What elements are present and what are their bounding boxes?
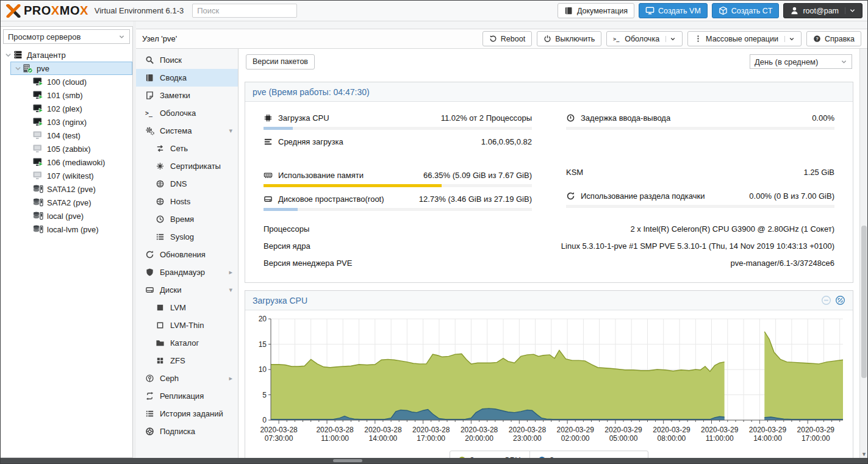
svg-text:20: 20 <box>259 315 267 323</box>
svg-text:2020-03-29: 2020-03-29 <box>797 426 835 434</box>
menu-summary[interactable]: Сводка <box>136 69 238 87</box>
menu-expand-icon[interactable]: ▸ <box>229 268 232 276</box>
vertical-scrollbar[interactable]: ▼ <box>859 49 867 458</box>
menu-item-label: Брандмауэр <box>160 268 205 277</box>
create-vm-button[interactable]: Создать VM <box>639 3 708 18</box>
menu-ceph[interactable]: Ceph▸ <box>136 369 238 387</box>
tree-expander-icon[interactable] <box>14 65 22 73</box>
menu-replication[interactable]: Репликация <box>136 387 238 405</box>
tree-item-storage-sata2[interactable]: SATA2 (pve) <box>20 196 132 209</box>
main-area: Просмотр серверов Датацентрpve100 (cloud… <box>1 21 867 458</box>
menu-item-label: Репликация <box>160 391 204 401</box>
menu-lvm[interactable]: LVM <box>136 299 238 316</box>
ksm-value: 1.25 GiB <box>803 168 834 177</box>
bulk-actions-button-label: Массовые операции <box>706 35 778 43</box>
reboot-button[interactable]: Reboot <box>482 31 532 46</box>
menu-time[interactable]: Время <box>136 210 238 228</box>
tree-item-vm-107[interactable]: 107 (wikitest) <box>20 169 132 182</box>
cpu-chart-header: Загрузка CPU <box>245 291 853 310</box>
package-versions-button[interactable]: Версии пакетов <box>246 54 315 70</box>
tree-item-vm-104[interactable]: 104 (test) <box>20 129 132 142</box>
cpu-usage-stat: Загрузка CPU11.02% от 2 Процессоры <box>264 112 532 130</box>
documentation-button[interactable]: Документация <box>558 3 634 18</box>
ceph-icon <box>145 374 154 383</box>
summary-stats: Загрузка CPU11.02% от 2 ПроцессорыСредня… <box>245 102 853 216</box>
tree-item-storage-local-lvm[interactable]: local-lvm (pve) <box>20 223 132 236</box>
bulk-actions-button[interactable]: Массовые операции <box>687 31 802 46</box>
shutdown-button[interactable]: Выключить <box>537 31 601 46</box>
menu-subscription[interactable]: Подписка <box>136 423 238 440</box>
menu-item-label: Syslog <box>170 232 194 241</box>
chart-collapse-icon[interactable] <box>821 295 831 305</box>
tree-item-pve[interactable]: pve <box>10 62 132 75</box>
menu-item-label: История заданий <box>160 409 223 418</box>
menu-lvm-thin[interactable]: LVM-Thin <box>136 316 238 334</box>
tree-item-storage-sata12[interactable]: SATA12 (pve) <box>20 182 132 196</box>
menu-network[interactable]: Сеть <box>136 140 238 157</box>
global-search-input[interactable] <box>192 4 297 18</box>
menu-zfs[interactable]: ZFS <box>136 352 238 369</box>
horizontal-scrollbar-thumb[interactable] <box>333 459 362 462</box>
menu-hosts[interactable]: Hosts <box>136 193 238 210</box>
user-menu-button[interactable]: root@pam <box>783 3 863 18</box>
menu-system[interactable]: Система▾ <box>136 122 238 140</box>
horizontal-scrollbar[interactable] <box>1 458 867 463</box>
tree-item-datacenter[interactable]: Датацентр <box>1 48 132 62</box>
menu-dns[interactable]: DNS <box>136 175 238 193</box>
tree-item-vm-101[interactable]: 101 (smb) <box>20 88 132 102</box>
scroll-down-arrow-icon[interactable]: ▼ <box>860 451 868 457</box>
menu-search[interactable]: Поиск <box>136 51 238 69</box>
svg-text:20:00:00: 20:00:00 <box>465 434 493 443</box>
summary-panel: pve (Время работы: 04:47:30) Загрузка CP… <box>245 82 853 283</box>
tree-item-vm-102[interactable]: 102 (plex) <box>20 102 132 115</box>
menu-shell[interactable]: >_Оболочка <box>136 104 238 122</box>
menu-expand-icon[interactable]: ▸ <box>229 374 232 382</box>
globe-icon <box>156 179 165 188</box>
tree-item-storage-local[interactable]: local (pve) <box>20 209 132 223</box>
pve-version-info-value: pve-manager/6.1-3/37248ce6 <box>730 259 834 268</box>
storage-icon <box>32 184 44 194</box>
menu-firewall[interactable]: Брандмауэр▸ <box>136 263 238 281</box>
io-delay-value: 0.00% <box>812 113 834 123</box>
menu-disks[interactable]: Диски▾ <box>136 281 238 299</box>
cpu-usage-progressbar <box>264 127 532 130</box>
io-icon <box>566 113 575 123</box>
node-toolbar: Узел 'pve' RebootВыключить>_ОболочкаМасс… <box>136 29 867 49</box>
tree-item-vm-105[interactable]: 105 (zabbix) <box>20 142 132 155</box>
app-header: PROXMOX Virtual Environment 6.1-3 Докуме… <box>1 1 867 21</box>
kernel-info: Версия ядраLinux 5.3.10-1-pve #1 SMP PVE… <box>264 237 834 254</box>
legend-item-cpu[interactable]: Загрузка CPU <box>450 451 529 458</box>
help-button[interactable]: ?Справка <box>806 31 861 46</box>
time-range-selector[interactable]: День (в среднем) <box>750 54 852 69</box>
vertical-scrollbar-thumb[interactable] <box>861 226 867 378</box>
proxmox-logo[interactable]: PROXMOX <box>5 4 88 18</box>
chart-resize-icon[interactable] <box>835 295 845 305</box>
shell-icon: >_ <box>145 109 154 118</box>
tree-item-vm-106[interactable]: 106 (mediawoki) <box>20 155 132 169</box>
menu-collapse-icon[interactable]: ▾ <box>229 127 232 135</box>
legend-item-io[interactable]: Задержка ввода-вывода <box>529 451 648 458</box>
server-view-selector[interactable]: Просмотр серверов <box>3 29 130 44</box>
pve-version-info-label: Версия менеджера PVE <box>264 259 352 268</box>
menu-task-history[interactable]: История заданий <box>136 405 238 423</box>
create-ct-button[interactable]: Создать CT <box>712 3 780 18</box>
tree-item-vm-100[interactable]: 100 (cloud) <box>20 75 132 88</box>
search-icon <box>145 55 154 65</box>
tree-item-vm-103[interactable]: 103 (nginx) <box>20 115 132 129</box>
menu-notes[interactable]: Заметки <box>136 87 238 104</box>
monitor-icon <box>645 6 655 15</box>
help-icon: ? <box>813 35 821 43</box>
shell-button[interactable]: >_Оболочка <box>606 31 683 46</box>
memory-usage-stat: Использование памяти66.35% (5.09 GiB из … <box>264 169 532 187</box>
menu-syslog[interactable]: Syslog <box>136 228 238 246</box>
kernel-info-label: Версия ядра <box>264 241 310 251</box>
vm-running-icon <box>32 117 44 127</box>
tree-expander-icon[interactable] <box>4 51 12 59</box>
menu-item-label: Подписка <box>160 427 195 436</box>
menu-collapse-icon[interactable]: ▾ <box>229 286 232 294</box>
menu-updates[interactable]: Обновления <box>136 246 238 263</box>
time-range-label: День (в среднем) <box>755 57 818 66</box>
menu-certificates[interactable]: Сертификаты <box>136 157 238 175</box>
menu-directory[interactable]: Каталог <box>136 334 238 352</box>
cpu-usage-chart: 051015202020-03-2807:30:002020-03-2811:0… <box>250 315 848 447</box>
